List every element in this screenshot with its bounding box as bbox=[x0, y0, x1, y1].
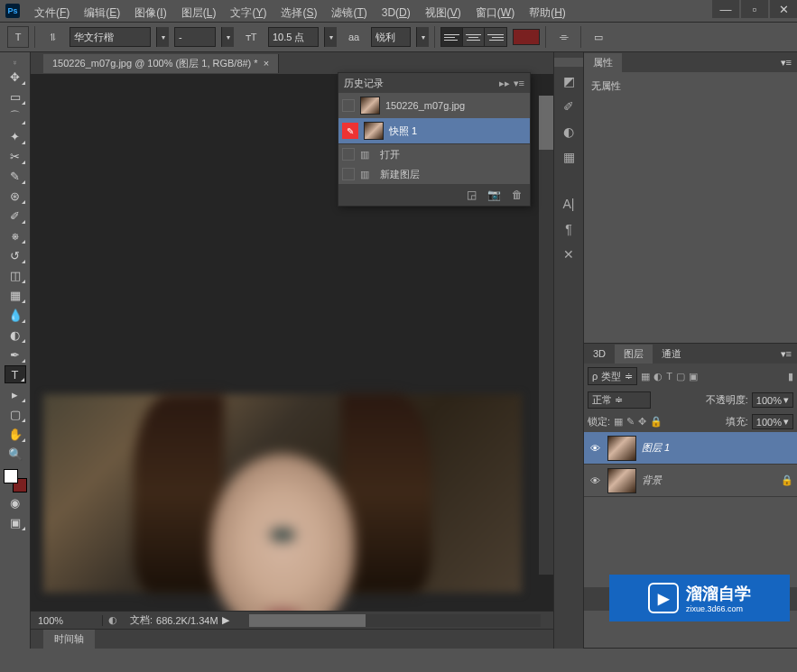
snapshot-checkbox[interactable] bbox=[342, 99, 355, 112]
antialias-dropdown[interactable]: 锐利 bbox=[371, 27, 411, 47]
close-button[interactable]: ✕ bbox=[770, 0, 797, 18]
eyedropper-tool[interactable]: ✎ bbox=[5, 167, 26, 185]
tab-layers[interactable]: 图层 bbox=[615, 345, 653, 364]
tab-3d[interactable]: 3D bbox=[584, 345, 615, 362]
filter-toggle[interactable]: ▮ bbox=[788, 371, 793, 382]
lasso-tool[interactable]: ⌒ bbox=[5, 107, 26, 125]
properties-panel-menu[interactable]: ▾≡ bbox=[775, 57, 797, 69]
character-panel-button[interactable]: ▭ bbox=[587, 27, 610, 47]
tab-channels[interactable]: 通道 bbox=[653, 345, 690, 364]
color-picker[interactable] bbox=[4, 469, 27, 492]
layer-visibility-toggle[interactable]: 👁 bbox=[588, 475, 602, 486]
tool-preset-picker[interactable]: T bbox=[7, 26, 29, 48]
history-brush-source-icon[interactable]: ✎ bbox=[342, 123, 358, 139]
menu-filter[interactable]: 滤镜(T) bbox=[324, 4, 374, 23]
history-panel-header[interactable]: 历史记录 ▸▸ ▾≡ bbox=[338, 73, 530, 93]
color-panel-icon[interactable]: ◩ bbox=[558, 70, 579, 92]
toolbox-handle[interactable] bbox=[0, 58, 30, 67]
font-style-arrow[interactable]: ▾ bbox=[221, 27, 234, 47]
stamp-tool[interactable]: ⎈ bbox=[5, 226, 26, 244]
layer-item[interactable]: 👁 背景 🔒 bbox=[584, 465, 797, 497]
filter-smart-icon[interactable]: ▣ bbox=[689, 371, 698, 382]
styles-panel-icon[interactable]: ▦ bbox=[558, 146, 579, 168]
zoom-level[interactable]: 100% bbox=[31, 615, 103, 626]
pen-tool[interactable]: ✒ bbox=[5, 345, 26, 364]
quick-mask-toggle[interactable]: ◉ bbox=[5, 493, 26, 511]
menu-select[interactable]: 选择(S) bbox=[273, 4, 324, 23]
fill-input[interactable]: 100% ▾ bbox=[752, 414, 793, 429]
minimize-button[interactable]: — bbox=[712, 0, 739, 18]
filter-pixel-icon[interactable]: ▦ bbox=[641, 371, 650, 382]
brush-tool[interactable]: ✐ bbox=[5, 207, 26, 225]
document-size-info[interactable]: 文档:686.2K/1.34M ▶ bbox=[123, 613, 236, 627]
paragraph-panel-icon[interactable]: ¶ bbox=[558, 218, 579, 240]
lock-all-icon[interactable]: 🔒 bbox=[650, 416, 663, 428]
history-step-checkbox[interactable] bbox=[342, 168, 355, 180]
history-brush-tool[interactable]: ↺ bbox=[5, 246, 26, 264]
new-snapshot-icon[interactable]: 📷 bbox=[487, 189, 501, 201]
adjustments-panel-icon[interactable]: ◐ bbox=[558, 121, 579, 143]
layer-item[interactable]: 👁 图层 1 bbox=[584, 432, 797, 465]
menu-type[interactable]: 文字(Y) bbox=[223, 4, 273, 23]
lock-pixels-icon[interactable]: ✎ bbox=[626, 416, 635, 428]
layer-filter-dropdown[interactable]: ρ 类型 ≑ bbox=[588, 367, 637, 385]
magic-wand-tool[interactable]: ✦ bbox=[5, 127, 26, 145]
type-tool[interactable]: T bbox=[5, 365, 26, 383]
warp-text-button[interactable]: ⌯ bbox=[551, 27, 575, 47]
tools-panel-icon[interactable]: ✕ bbox=[558, 244, 579, 265]
status-icon[interactable]: ◐ bbox=[103, 614, 123, 626]
menu-file[interactable]: 文件(F) bbox=[27, 4, 77, 23]
lock-position-icon[interactable]: ✥ bbox=[638, 416, 646, 428]
horizontal-scroll-thumb[interactable] bbox=[249, 614, 366, 627]
maximize-button[interactable]: ▫ bbox=[741, 0, 768, 18]
antialias-arrow[interactable]: ▾ bbox=[416, 27, 429, 47]
delete-state-icon[interactable]: 🗑 bbox=[512, 189, 523, 201]
properties-tab[interactable]: 属性 bbox=[584, 53, 622, 72]
history-step-checkbox[interactable] bbox=[342, 148, 355, 161]
history-step[interactable]: ▥ 新建图层 bbox=[338, 164, 530, 184]
filter-shape-icon[interactable]: ▢ bbox=[676, 371, 685, 382]
filter-adjust-icon[interactable]: ◐ bbox=[653, 371, 663, 382]
crop-tool[interactable]: ✂ bbox=[5, 147, 26, 165]
path-selection-tool[interactable]: ▸ bbox=[5, 385, 26, 403]
zoom-tool[interactable]: 🔍 bbox=[5, 445, 26, 463]
layer-thumbnail[interactable] bbox=[607, 436, 636, 461]
align-left-button[interactable] bbox=[441, 28, 463, 46]
font-family-dropdown[interactable]: 华文行楷 bbox=[70, 27, 151, 47]
rectangle-tool[interactable]: ▢ bbox=[5, 405, 26, 423]
layer-name[interactable]: 背景 bbox=[642, 474, 662, 487]
hand-tool[interactable]: ✋ bbox=[5, 425, 26, 443]
align-center-button[interactable] bbox=[463, 28, 485, 46]
healing-brush-tool[interactable]: ⊛ bbox=[5, 187, 26, 205]
layer-visibility-toggle[interactable]: 👁 bbox=[588, 443, 602, 454]
vertical-scroll-thumb[interactable] bbox=[539, 96, 553, 150]
move-tool[interactable]: ✥ bbox=[5, 68, 26, 86]
layers-panel-menu[interactable]: ▾≡ bbox=[775, 348, 797, 360]
font-family-arrow[interactable]: ▾ bbox=[156, 27, 169, 47]
layer-name[interactable]: 图层 1 bbox=[642, 441, 670, 455]
create-document-icon[interactable]: ◲ bbox=[467, 189, 477, 201]
menu-image[interactable]: 图像(I) bbox=[127, 4, 173, 23]
filter-type-icon[interactable]: T bbox=[666, 371, 672, 382]
font-size-arrow[interactable]: ▾ bbox=[324, 27, 337, 47]
gradient-tool[interactable]: ▦ bbox=[5, 286, 26, 304]
eraser-tool[interactable]: ◫ bbox=[5, 266, 26, 284]
text-orientation-toggle[interactable]: ⥮ bbox=[41, 27, 64, 47]
blur-tool[interactable]: 💧 bbox=[5, 306, 26, 324]
menu-edit[interactable]: 编辑(E) bbox=[77, 4, 127, 23]
timeline-tab[interactable]: 时间轴 bbox=[43, 630, 95, 649]
font-style-dropdown[interactable]: - bbox=[174, 27, 216, 47]
opacity-input[interactable]: 100% ▾ bbox=[752, 392, 793, 408]
menu-help[interactable]: 帮助(H) bbox=[522, 4, 573, 23]
layer-thumbnail[interactable] bbox=[607, 468, 636, 493]
history-collapse-icon[interactable]: ▸▸ bbox=[499, 78, 510, 89]
strip-handle[interactable] bbox=[554, 58, 583, 67]
document-tab-close[interactable]: × bbox=[264, 58, 269, 69]
horizontal-scrollbar[interactable] bbox=[249, 614, 541, 627]
history-snapshot-row[interactable]: ✎ 快照 1 bbox=[338, 118, 530, 143]
menu-window[interactable]: 窗口(W) bbox=[468, 4, 522, 23]
lock-transparency-icon[interactable]: ▦ bbox=[614, 416, 623, 428]
dodge-tool[interactable]: ◐ bbox=[5, 326, 26, 344]
font-size-dropdown[interactable]: 10.5 点 bbox=[268, 27, 319, 47]
marquee-tool[interactable]: ▭ bbox=[5, 87, 26, 106]
